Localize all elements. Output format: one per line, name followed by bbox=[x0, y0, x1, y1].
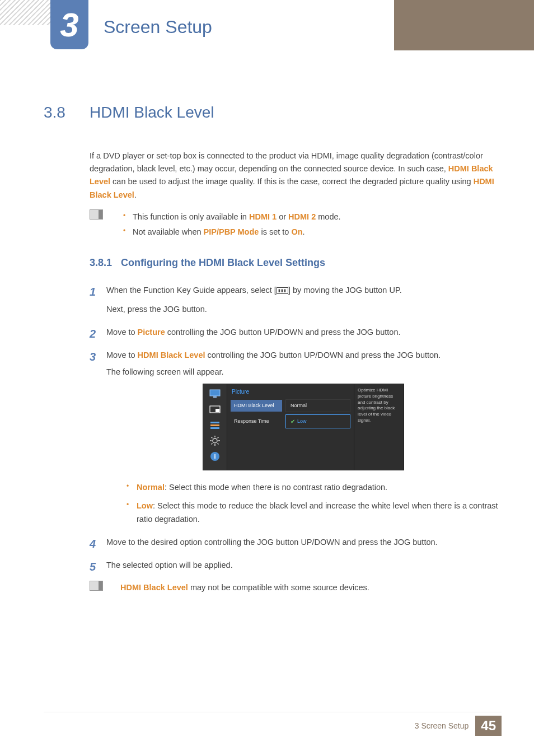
note-1a-hl2: HDMI 2 bbox=[288, 212, 316, 221]
step-4-text: Move to the desired option controlling t… bbox=[106, 538, 438, 547]
header-bar bbox=[394, 0, 534, 50]
osd-option-normal: Normal bbox=[285, 399, 350, 412]
option-low: Low: Select this mode to reduce the blac… bbox=[123, 499, 500, 526]
svg-line-15 bbox=[218, 437, 219, 438]
note-2-post: may not be compatible with some source d… bbox=[188, 583, 369, 592]
note-1a-mid: or bbox=[277, 212, 288, 221]
pencil-icon bbox=[90, 209, 103, 220]
note-2-hl: HDMI Black Level bbox=[120, 583, 188, 592]
note-1a-hl1: HDMI 1 bbox=[249, 212, 277, 221]
intro-text-2: can be used to adjust the image quality.… bbox=[110, 177, 474, 186]
step-5-text: The selected option will be applied. bbox=[106, 561, 233, 570]
svg-rect-6 bbox=[210, 427, 219, 429]
option-normal: Normal: Select this mode when there is n… bbox=[123, 480, 500, 494]
option-normal-desc: : Select this mode when there is no cont… bbox=[165, 483, 387, 492]
pip-icon bbox=[209, 404, 221, 414]
footer: 3 Screen Setup 45 bbox=[415, 716, 502, 736]
osd-title: Picture bbox=[227, 384, 354, 399]
option-low-label: Low bbox=[137, 501, 153, 510]
step-1-text-a: When the Function Key Guide appears, sel… bbox=[106, 286, 277, 295]
note-icon-col bbox=[90, 209, 120, 240]
page-number: 45 bbox=[475, 716, 502, 736]
osd-row-1: HDMI Black Level Normal bbox=[231, 399, 350, 412]
step-5: 5 The selected option will be applied. bbox=[90, 558, 500, 572]
svg-line-13 bbox=[218, 444, 219, 445]
step-3: 3 Move to HDMI Black Level controlling t… bbox=[90, 348, 500, 526]
note-1a-pre: This function is only available in bbox=[133, 212, 249, 221]
gear-icon bbox=[209, 436, 221, 446]
step-3-pre: Move to bbox=[106, 351, 138, 360]
osd-option-low: ✔Low bbox=[285, 414, 350, 428]
osd-option-low-label: Low bbox=[297, 417, 307, 426]
list-icon bbox=[209, 420, 221, 430]
step-2-post: controlling the JOG button UP/DOWN and p… bbox=[165, 328, 401, 337]
step-marker-5: 5 bbox=[90, 557, 96, 576]
osd-hint: Optimize HDMI picture brightness and con… bbox=[354, 384, 404, 470]
note-1a-post: mode. bbox=[316, 212, 340, 221]
svg-rect-3 bbox=[216, 409, 219, 412]
osd-sidebar: i bbox=[203, 384, 227, 470]
note-list-1: This function is only available in HDMI … bbox=[120, 209, 341, 240]
section-title: HDMI Black Level bbox=[90, 104, 214, 122]
intro-paragraph: If a DVD player or set-top box is connec… bbox=[90, 150, 500, 202]
svg-point-7 bbox=[213, 438, 217, 443]
note-block-1: This function is only available in HDMI … bbox=[90, 209, 500, 240]
step-1-line2: Next, press the JOG button. bbox=[106, 302, 500, 316]
note-block-2: HDMI Black Level may not be compatible w… bbox=[90, 581, 500, 595]
check-icon: ✔ bbox=[291, 417, 295, 426]
note-1a: This function is only available in HDMI … bbox=[120, 209, 341, 225]
note-1b-pre: Not available when bbox=[133, 227, 204, 236]
note-1b-post: . bbox=[303, 227, 305, 236]
svg-line-14 bbox=[212, 444, 213, 445]
intro-text-1: If a DVD player or set-top box is connec… bbox=[90, 151, 483, 173]
content-area: 3.8 HDMI Black Level If a DVD player or … bbox=[44, 104, 500, 595]
step-marker-3: 3 bbox=[90, 347, 96, 366]
step-4: 4 Move to the desired option controlling… bbox=[90, 535, 500, 549]
subsection-header: 3.8.1Configuring the HDMI Black Level Se… bbox=[90, 257, 500, 269]
osd-main: Picture HDMI Black Level Normal Response… bbox=[227, 384, 354, 470]
option-normal-label: Normal bbox=[137, 483, 165, 492]
chapter-badge: 3 bbox=[50, 0, 88, 49]
note-1b-mid: is set to bbox=[259, 227, 291, 236]
svg-rect-5 bbox=[210, 424, 219, 426]
steps-list: 1 When the Function Key Guide appears, s… bbox=[90, 283, 500, 572]
subsection-title: Configuring the HDMI Black Level Setting… bbox=[121, 257, 325, 268]
section-header: 3.8 HDMI Black Level bbox=[44, 104, 500, 122]
note-2-text: HDMI Black Level may not be compatible w… bbox=[120, 581, 369, 595]
osd-items: HDMI Black Level Normal Response Time ✔L… bbox=[227, 399, 354, 434]
footer-text: 3 Screen Setup bbox=[415, 721, 469, 730]
monitor-icon bbox=[209, 389, 221, 399]
svg-line-12 bbox=[212, 437, 213, 438]
step-2: 2 Move to Picture controlling the JOG bu… bbox=[90, 325, 500, 339]
svg-rect-0 bbox=[210, 390, 220, 396]
osd-screenshot: i Picture HDMI Black Level Normal Respon… bbox=[203, 384, 404, 470]
intro-text-3: . bbox=[134, 190, 137, 199]
osd-label-1: HDMI Black Level bbox=[231, 400, 282, 412]
step-1: 1 When the Function Key Guide appears, s… bbox=[90, 283, 500, 316]
svg-rect-1 bbox=[213, 396, 217, 398]
note-1b-hl1: PIP/PBP Mode bbox=[204, 227, 259, 236]
osd-label-2: Response Time bbox=[231, 416, 282, 427]
pencil-icon bbox=[90, 581, 103, 591]
step-marker-4: 4 bbox=[90, 534, 96, 553]
step-2-hl: Picture bbox=[138, 328, 165, 337]
chapter-title: Screen Setup bbox=[104, 17, 212, 38]
note-icon-col-2 bbox=[90, 581, 120, 595]
note-1b-hl2: On bbox=[291, 227, 302, 236]
step-3-hl: HDMI Black Level bbox=[138, 351, 205, 360]
osd-row-2: Response Time ✔Low bbox=[231, 414, 350, 428]
step-2-pre: Move to bbox=[106, 328, 138, 337]
subsection-number: 3.8.1 bbox=[90, 257, 112, 268]
step-3-post: controlling the JOG button UP/DOWN and p… bbox=[205, 351, 441, 360]
step-3-line2: The following screen will appear. bbox=[106, 365, 500, 379]
svg-rect-4 bbox=[210, 422, 219, 423]
option-low-desc: : Select this mode to reduce the black l… bbox=[137, 501, 498, 524]
section-number: 3.8 bbox=[44, 104, 90, 122]
step-marker-1: 1 bbox=[90, 282, 96, 301]
footer-rule bbox=[44, 712, 502, 712]
menu-icon bbox=[277, 287, 288, 294]
step-marker-2: 2 bbox=[90, 324, 96, 343]
svg-text:i: i bbox=[214, 453, 216, 460]
info-icon: i bbox=[209, 451, 221, 461]
note-1b: Not available when PIP/PBP Mode is set t… bbox=[120, 225, 341, 240]
